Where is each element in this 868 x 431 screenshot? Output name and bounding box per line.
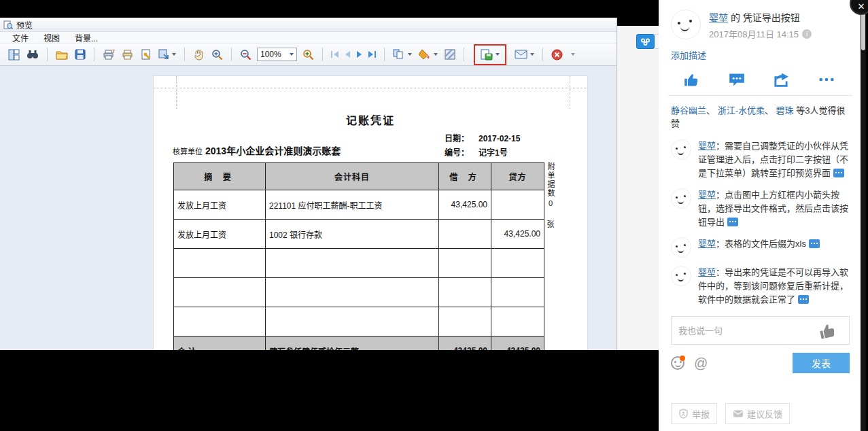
first-page-button[interactable] [330, 50, 340, 59]
cell-debit: 43,425.00 [439, 190, 491, 220]
mention-icon[interactable]: @ [694, 356, 708, 370]
zoom-tool-button[interactable] [210, 48, 224, 62]
paint-icon [419, 49, 431, 60]
feedback-label: 建议反馈 [747, 407, 782, 420]
zoom-out-button[interactable] [239, 48, 253, 62]
send-email-button[interactable] [513, 48, 536, 61]
feedback-button[interactable]: 建议反馈 [725, 403, 790, 424]
cell-credit [491, 190, 544, 220]
voucher-unit: 核算单位2013年小企业会计准则演示账套 [173, 143, 341, 157]
print-setup-button[interactable]: 7 [101, 48, 116, 61]
print-button[interactable] [120, 48, 135, 61]
reply-icon[interactable] [833, 169, 844, 177]
cell-credit [491, 278, 544, 307]
open-folder-icon [56, 50, 68, 60]
reply-icon[interactable] [809, 239, 820, 248]
comment-author-link[interactable]: 婴堃 [698, 239, 716, 249]
comment-author-link[interactable]: 婴堃 [698, 141, 716, 151]
table-row [174, 307, 544, 337]
next-page-button[interactable] [355, 50, 363, 59]
export-button[interactable] [479, 48, 501, 62]
page-scale-button[interactable] [157, 48, 177, 61]
emoji-icon[interactable] [671, 356, 684, 370]
save-button[interactable] [73, 48, 87, 61]
avatar[interactable] [671, 10, 701, 39]
toolbar-separator [384, 48, 385, 61]
watermark-icon [445, 49, 455, 60]
panel-scrollbar[interactable] [861, 0, 866, 431]
report-label: 举报 [692, 407, 710, 420]
report-button[interactable]: 举报 [671, 403, 717, 424]
emoji-new-dot [680, 356, 685, 361]
toolbar-overflow-button[interactable] [568, 52, 576, 57]
pan-button[interactable] [192, 48, 206, 62]
cell-summary [174, 307, 266, 337]
total-debit: 43425.00 [439, 337, 491, 351]
open-button[interactable] [54, 48, 69, 61]
divider [668, 95, 852, 96]
next-page-icon [357, 51, 362, 58]
zoom-level-select[interactable]: 100% [257, 48, 297, 61]
reply-icon[interactable] [798, 295, 809, 304]
number-label: 编号： [445, 148, 469, 158]
cell-summary: 发放上月工资 [174, 190, 266, 220]
publish-button[interactable]: 发表 [793, 353, 850, 373]
total-label: 合 计 [174, 337, 266, 351]
cell-subject [266, 249, 439, 278]
feedback-envelope-icon [733, 409, 744, 418]
reply-icon[interactable] [727, 218, 738, 226]
last-page-button[interactable] [367, 50, 377, 59]
background-color-button[interactable] [417, 48, 439, 61]
comment-input[interactable] [672, 317, 807, 344]
menu-file[interactable]: 文件 [12, 32, 29, 44]
liker-link[interactable]: 碧珠 [776, 105, 794, 116]
avatar[interactable] [671, 237, 691, 258]
comment-author-link[interactable]: 婴堃 [698, 267, 716, 277]
close-preview-button[interactable] [550, 48, 564, 62]
cloud-share-icon [640, 37, 651, 46]
comment-author-link[interactable]: 婴堃 [698, 190, 716, 200]
cell-summary [174, 249, 266, 278]
previous-page-icon [345, 51, 350, 58]
watermark-button[interactable] [443, 48, 457, 61]
find-button[interactable] [25, 48, 40, 61]
screenshot-top-bar [0, 0, 659, 18]
voucher-date: 日期：2017-02-15 [445, 132, 520, 143]
more-button[interactable] [818, 72, 835, 87]
title-connector: 的 [731, 12, 740, 23]
multipage-view-button[interactable] [392, 48, 413, 61]
margin-guide [176, 76, 177, 109]
cloud-share-button[interactable] [636, 34, 655, 49]
comment-item: 婴堃：点击图中上方红框内小箭头按钮，选择导出文件格式，然后点击该按钮导出 [671, 188, 850, 229]
cell-summary [174, 278, 266, 307]
liker-link[interactable]: 浙江-水优柔 [718, 105, 765, 116]
like-button[interactable] [684, 72, 700, 87]
colon: ： [716, 239, 725, 249]
menu-view[interactable]: 视图 [44, 32, 60, 44]
table-row: 发放上月工资 1002 银行存款 43,425.00 [174, 220, 544, 249]
author-link[interactable]: 婴堃 [709, 12, 728, 23]
avatar[interactable] [671, 139, 691, 160]
post-title: 婴堃 的 凭证导出按钮 [709, 11, 812, 24]
margin-guide [154, 88, 587, 88]
menu-background[interactable]: 背景... [75, 32, 98, 44]
colon: ： [716, 267, 725, 277]
comment-button[interactable] [729, 72, 745, 87]
last-page-icon [368, 51, 373, 58]
quick-like-button[interactable] [807, 317, 849, 344]
page-setup-button[interactable] [139, 48, 153, 61]
add-description-link[interactable]: 添加描述 [671, 48, 706, 61]
export-dropdown-caret-icon[interactable] [496, 53, 500, 56]
share-button[interactable] [773, 72, 789, 87]
liker-link[interactable]: 静谷幽兰 [671, 105, 706, 116]
avatar[interactable] [671, 266, 691, 286]
previous-page-button[interactable] [344, 50, 351, 59]
thumbnails-button[interactable] [7, 48, 21, 62]
info-icon[interactable]: i [802, 29, 812, 39]
avatar[interactable] [671, 188, 691, 209]
preview-window: 预览 文件 视图 背景... 7 [0, 18, 617, 350]
header-debit: 借 方 [439, 163, 491, 190]
likes-separator: 、 [765, 105, 776, 116]
post-actions [670, 72, 850, 87]
zoom-in-button[interactable] [301, 48, 315, 62]
